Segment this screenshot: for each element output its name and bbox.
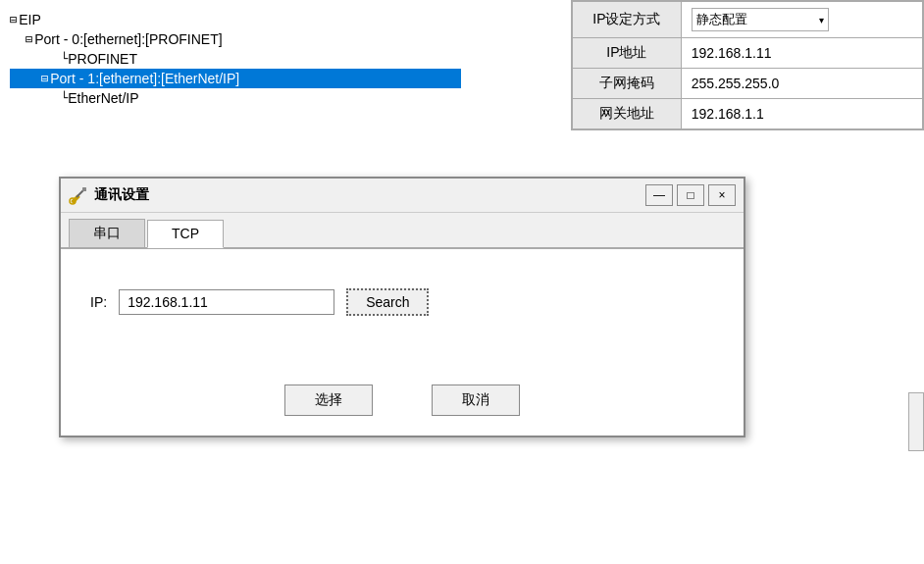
subnet-mask-value: 255.255.255.0 bbox=[681, 69, 922, 99]
dialog-titlebar: 通讯设置 — □ × bbox=[61, 179, 744, 213]
subnet-mask-label: 子网掩码 bbox=[573, 69, 682, 99]
gateway-row: 网关地址 192.168.1.1 bbox=[573, 99, 923, 129]
ip-address-value: 192.168.1.11 bbox=[681, 38, 922, 69]
tree-label-port0: Port - 0:[ethernet]:[PROFINET] bbox=[34, 31, 222, 47]
subnet-mask-row: 子网掩码 255.255.255.0 bbox=[573, 69, 923, 99]
tab-serial-label: 串口 bbox=[93, 225, 121, 240]
gateway-value: 192.168.1.1 bbox=[681, 99, 922, 129]
tree-item-port1[interactable]: ⊟ Port - 1:[ethernet]:[EtherNet/IP] bbox=[10, 69, 461, 88]
select-button[interactable]: 选择 bbox=[284, 385, 373, 416]
connector-ethernetip: └ bbox=[41, 91, 68, 105]
ip-address-row: IP地址 192.168.1.11 bbox=[573, 38, 923, 69]
dialog-tabs: 串口 TCP bbox=[61, 213, 744, 248]
dialog-close-button[interactable]: × bbox=[708, 184, 736, 206]
tree-label-eip: EIP bbox=[19, 12, 41, 27]
ip-method-label: IP设定方式 bbox=[573, 2, 682, 38]
ip-table: IP设定方式 静态配置 ▾ IP地址 192.168.1.11 子网掩码 255… bbox=[572, 1, 923, 129]
tree-label-profinet: PROFINET bbox=[68, 51, 137, 67]
ip-method-selected: 静态配置 bbox=[696, 11, 747, 28]
dropdown-arrow-icon: ▾ bbox=[819, 15, 824, 26]
dialog-maximize-button[interactable]: □ bbox=[677, 184, 704, 206]
tree-item-port0[interactable]: ⊟ Port - 0:[ethernet]:[PROFINET] bbox=[10, 29, 461, 49]
expand-icon-eip: ⊟ bbox=[10, 13, 17, 26]
tree-label-ethernetip: EtherNet/IP bbox=[68, 90, 138, 106]
gateway-label: 网关地址 bbox=[573, 99, 682, 129]
ip-address-label: IP地址 bbox=[573, 38, 682, 69]
tree-item-eip[interactable]: ⊟ EIP bbox=[10, 10, 461, 29]
tab-serial[interactable]: 串口 bbox=[69, 219, 145, 247]
comm-settings-dialog: 通讯设置 — □ × 串口 TCP IP: Search 选择 取消 bbox=[59, 177, 745, 437]
cancel-button[interactable]: 取消 bbox=[432, 385, 520, 416]
tab-tcp[interactable]: TCP bbox=[147, 220, 224, 248]
ip-address-input[interactable] bbox=[119, 289, 334, 315]
svg-rect-3 bbox=[82, 187, 86, 191]
ip-method-dropdown[interactable]: 静态配置 ▾ bbox=[692, 8, 829, 31]
tree-view: ⊟ EIP ⊟ Port - 0:[ethernet]:[PROFINET] └… bbox=[10, 10, 461, 108]
dialog-tool-icon bbox=[69, 185, 88, 205]
dialog-title-area: 通讯设置 bbox=[69, 185, 149, 205]
ip-method-value-cell: 静态配置 ▾ bbox=[681, 2, 922, 38]
ip-input-row: IP: Search bbox=[90, 288, 714, 316]
dialog-window-controls: — □ × bbox=[645, 184, 736, 206]
expand-icon-port0: ⊟ bbox=[26, 32, 32, 46]
search-button[interactable]: Search bbox=[346, 288, 429, 316]
expand-icon-port1: ⊟ bbox=[41, 72, 48, 85]
ip-field-label: IP: bbox=[90, 294, 107, 310]
ip-method-dropdown-container: 静态配置 ▾ bbox=[692, 8, 912, 31]
dialog-minimize-button[interactable]: — bbox=[645, 184, 673, 206]
tab-tcp-label: TCP bbox=[172, 226, 199, 241]
ip-settings-panel: IP设定方式 静态配置 ▾ IP地址 192.168.1.11 子网掩码 255… bbox=[571, 0, 924, 130]
scrollbar[interactable] bbox=[908, 392, 924, 451]
dialog-content: IP: Search bbox=[61, 248, 744, 375]
dialog-footer: 选择 取消 bbox=[61, 375, 744, 436]
tree-item-profinet[interactable]: └ PROFINET bbox=[10, 49, 461, 69]
ip-method-row: IP设定方式 静态配置 ▾ bbox=[573, 2, 923, 38]
dialog-title-text: 通讯设置 bbox=[94, 186, 149, 204]
tree-item-ethernet-ip[interactable]: └ EtherNet/IP bbox=[10, 88, 461, 108]
connector-profinet: └ bbox=[41, 52, 68, 66]
tree-label-port1: Port - 1:[ethernet]:[EtherNet/IP] bbox=[50, 71, 239, 86]
